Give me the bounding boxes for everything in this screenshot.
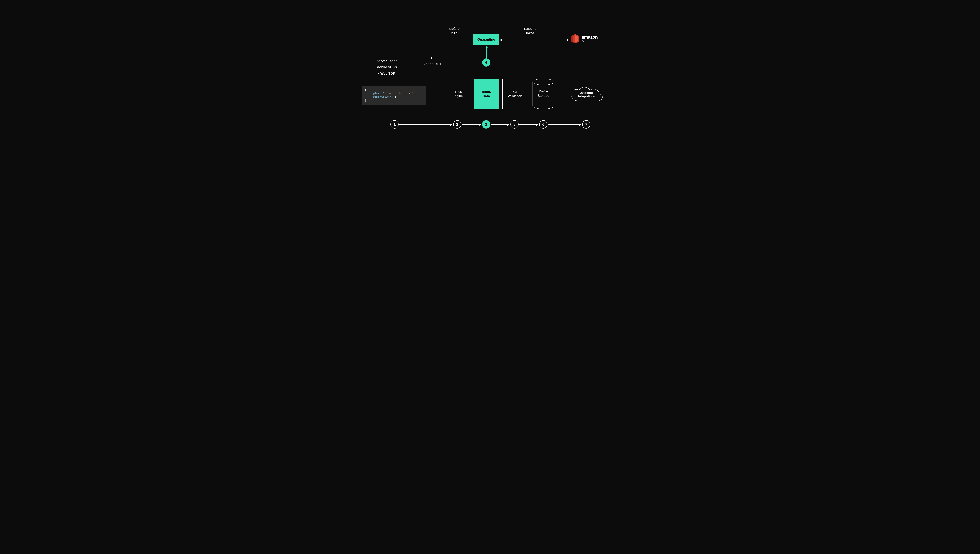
s3-icon: [570, 33, 580, 44]
arrow-5-6: [519, 124, 538, 125]
step-2: 2: [453, 120, 461, 129]
profile-storage-cylinder: Profile Storage: [532, 78, 555, 109]
source-item: Mobile SDKs: [374, 64, 397, 70]
arrow-3-5: [491, 124, 509, 125]
diagram-stage: Server Feeds Mobile SDKs Web SDK { "plan…: [339, 0, 641, 161]
connector-replay-h: [431, 40, 473, 40]
quarantine-box: Quarantine: [473, 34, 499, 45]
step-4: 4: [482, 58, 491, 67]
json-string: "mobile_data_plan": [387, 92, 413, 95]
connector-export: [500, 40, 569, 40]
step-5: 5: [510, 120, 519, 129]
s3-label: amazon S3: [582, 35, 598, 43]
json-key: "plan_version": [372, 96, 392, 98]
block-data-box: Block Data: [474, 79, 499, 109]
json-key: "plan_id": [372, 92, 384, 95]
step-6: 6: [539, 120, 547, 129]
arrow-2-3: [462, 124, 481, 125]
code-line: "plan_version": 2: [365, 95, 423, 99]
outbound-integrations-cloud: Outbound Integrations: [569, 85, 605, 104]
source-item: Web SDK: [378, 70, 397, 77]
code-line: {: [365, 88, 423, 92]
plan-validation-box: Plan Validation: [502, 79, 527, 109]
amazon-s3: amazon S3: [570, 33, 598, 44]
events-api-label: Events API: [421, 62, 441, 66]
replay-data-label: Replay Data: [442, 27, 465, 35]
code-sample: { "plan_id": "mobile_data_plan", "plan_v…: [362, 86, 426, 105]
divider-right: [563, 68, 563, 117]
json-number: 2: [394, 96, 396, 98]
step-7: 7: [582, 120, 590, 129]
source-item: Server Feeds: [374, 58, 397, 64]
step-1: 1: [390, 120, 399, 129]
connector-block-quarantine-upper: [486, 46, 487, 59]
svg-point-4: [533, 79, 554, 85]
connector-replay-v: [431, 40, 431, 59]
code-line: }: [365, 99, 423, 102]
divider-left: [431, 68, 432, 117]
sources-list: Server Feeds Mobile SDKs Web SDK: [374, 58, 397, 77]
arrow-6-7: [548, 124, 581, 125]
code-line: "plan_id": "mobile_data_plan",: [365, 92, 423, 95]
export-data-label: Export Data: [518, 27, 542, 35]
arrow-1-2: [400, 124, 452, 125]
step-3: 3: [482, 120, 490, 129]
svg-marker-3: [573, 35, 575, 42]
connector-block-quarantine-lower: [486, 67, 486, 79]
rules-engine-box: Rules Engine: [445, 79, 470, 109]
